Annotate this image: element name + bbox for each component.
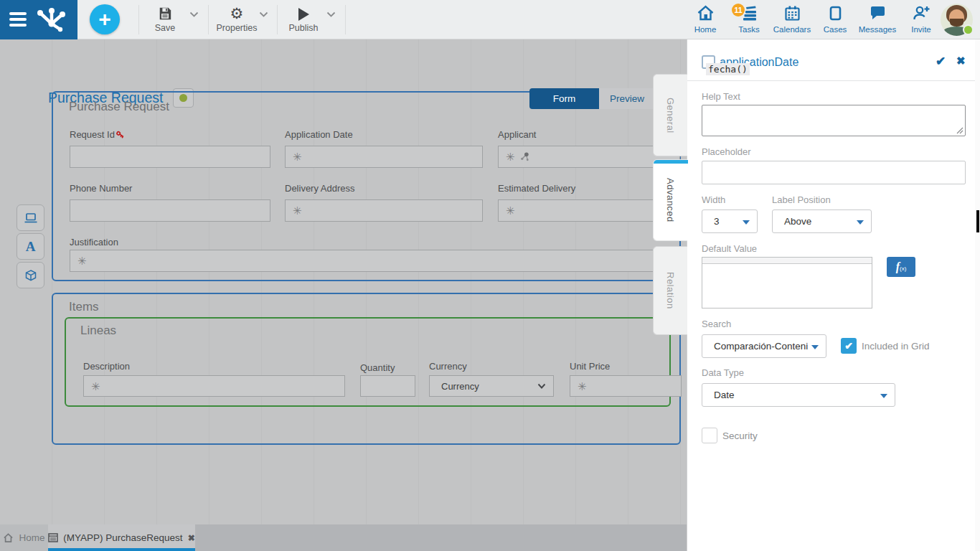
unit-price-input[interactable]: ✳ <box>570 375 682 397</box>
new-item-button[interactable]: + <box>90 4 120 34</box>
save-button[interactable]: Save <box>143 4 187 36</box>
request-id-label: Request Id <box>70 129 115 140</box>
bottom-tab-purchase-request[interactable]: (MYAPP) PurchaseRequest ✖ <box>48 524 195 551</box>
cases-icon <box>826 4 844 22</box>
unit-price-label: Unit Price <box>570 361 610 372</box>
chevron-down-icon <box>811 345 819 349</box>
toolbar-separator <box>208 5 209 34</box>
panel-scrollbar-track[interactable] <box>975 39 980 551</box>
application-date-input[interactable]: ✳ <box>285 146 483 168</box>
group-title: Items <box>69 300 99 314</box>
label-position-label: Label Position <box>772 194 831 205</box>
nav-messages-label: Messages <box>859 25 896 34</box>
security-checkbox[interactable] <box>702 428 717 443</box>
group-purchase-request[interactable]: Purchase Request Request Id Application … <box>52 91 681 281</box>
formula-fx-button[interactable]: f(x) <box>887 257 915 277</box>
active-tab-underline <box>48 548 195 551</box>
letter-a-icon: A <box>26 239 36 255</box>
publish-play-icon <box>298 8 309 21</box>
key-icon <box>116 130 125 139</box>
label-position-select-value: Above <box>784 216 811 227</box>
apply-check-icon[interactable]: ✔ <box>936 54 946 69</box>
default-value-code[interactable]: fecha() <box>706 63 750 75</box>
message-bubble-icon <box>868 4 887 22</box>
description-input[interactable]: ✳ <box>83 375 345 397</box>
tab-form[interactable]: Form <box>529 88 599 109</box>
bottom-tab-home[interactable]: Home <box>0 524 48 551</box>
panel-tab-general[interactable]: General <box>653 74 687 156</box>
nav-cases-label: Cases <box>824 25 847 34</box>
width-label: Width <box>702 194 725 205</box>
tab-preview[interactable]: Preview <box>599 88 655 109</box>
phone-number-label: Phone Number <box>70 183 132 194</box>
phone-number-input[interactable] <box>70 199 270 222</box>
request-id-input[interactable] <box>70 146 270 168</box>
panel-tab-advanced[interactable]: Advanced <box>653 159 687 241</box>
device-preview-button[interactable] <box>17 204 44 231</box>
brand-block <box>0 0 77 39</box>
placeholder-input[interactable] <box>702 161 966 184</box>
justification-input[interactable]: ✳ <box>70 250 680 272</box>
security-label: Security <box>722 430 758 441</box>
delivery-address-input[interactable]: ✳ <box>285 199 483 222</box>
nav-calendars-label: Calendars <box>773 25 811 34</box>
quantity-input[interactable] <box>360 375 415 397</box>
required-asterisk-icon: ✳ <box>578 381 587 392</box>
nav-invite-label: Invite <box>911 25 931 34</box>
chevron-down-icon <box>857 220 864 225</box>
resize-handle-icon[interactable] <box>956 127 963 134</box>
currency-select[interactable]: Currency <box>429 375 554 397</box>
search-select[interactable]: Comparación-Conteni <box>702 334 826 358</box>
field-label: Request Id <box>70 129 125 140</box>
group-items[interactable]: Items Lineas Description ✳ Quantity Curr… <box>52 293 681 445</box>
app-root: + Save ⚙ Properties Publish <box>0 0 980 551</box>
application-date-label: Application Date <box>285 129 353 140</box>
text-tool-button[interactable]: A <box>17 233 44 260</box>
bizagi-logo-icon[interactable] <box>33 6 69 34</box>
publish-button[interactable]: Publish <box>281 4 326 36</box>
width-select[interactable]: 3 <box>702 209 758 233</box>
top-toolbar: + Save ⚙ Properties Publish <box>0 0 980 39</box>
panel-tab-relation[interactable]: Relation <box>653 246 687 335</box>
close-tab-icon[interactable]: ✖ <box>188 533 195 543</box>
chevron-down-icon <box>743 220 750 225</box>
delivery-address-label: Delivery Address <box>285 183 355 194</box>
data-type-select[interactable]: Date <box>702 383 895 407</box>
save-dropdown-chevron-icon[interactable] <box>189 11 199 18</box>
nav-home-label: Home <box>694 25 717 34</box>
properties-dropdown-chevron-icon[interactable] <box>259 11 268 18</box>
tasks-count-badge: 11 <box>732 4 745 17</box>
nav-home[interactable]: Home <box>684 4 726 36</box>
applicant-label: Applicant <box>498 129 536 140</box>
hamburger-menu-icon[interactable] <box>9 12 27 27</box>
required-asterisk-icon: ✳ <box>91 381 100 392</box>
nav-cases[interactable]: Cases <box>815 4 855 36</box>
quantity-label: Quantity <box>360 362 395 373</box>
chevron-down-icon <box>880 394 887 398</box>
search-label: Search <box>702 319 731 329</box>
panel-tab-general-label: General <box>665 98 676 133</box>
included-in-grid-label: Included in Grid <box>862 341 930 352</box>
panel-scrollbar-thumb[interactable] <box>976 210 979 232</box>
publish-dropdown-chevron-icon[interactable] <box>326 11 336 18</box>
label-position-select[interactable]: Above <box>772 209 872 233</box>
required-asterisk-icon: ✳ <box>77 255 87 266</box>
nav-calendars[interactable]: Calendars <box>769 4 815 36</box>
properties-button[interactable]: ⚙ Properties <box>211 4 263 36</box>
close-panel-icon[interactable]: ✖ <box>956 55 966 67</box>
nav-messages[interactable]: Messages <box>854 4 901 36</box>
entity-relation-icon <box>519 151 530 162</box>
help-text-textarea[interactable] <box>702 105 966 136</box>
included-in-grid-checkbox[interactable]: ✔ <box>841 338 857 354</box>
data-model-button[interactable] <box>17 262 44 288</box>
nav-tasks-label: Tasks <box>738 25 759 34</box>
properties-panel: applicationDate ✔ ✖ Help Text Placeholde… <box>687 39 980 551</box>
justification-label: Justification <box>70 237 118 248</box>
laptop-icon <box>24 212 38 224</box>
group-lineas[interactable]: Lineas Description ✳ Quantity Currency C… <box>65 317 671 407</box>
required-asterisk-icon: ✳ <box>506 151 515 162</box>
currency-select-value: Currency <box>441 381 479 392</box>
calendar-icon <box>783 4 802 22</box>
nav-invite[interactable]: Invite <box>901 4 941 36</box>
default-value-editor[interactable] <box>702 257 872 309</box>
